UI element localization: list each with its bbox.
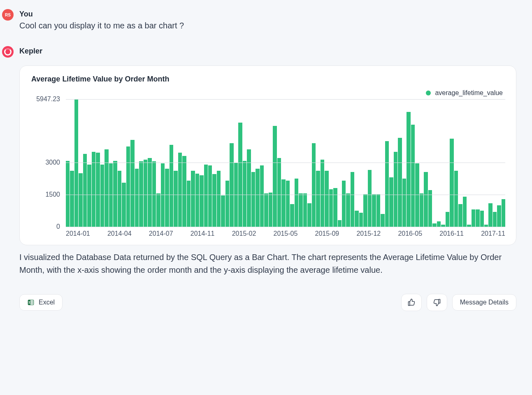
chart-bar[interactable] xyxy=(230,143,233,227)
chart-bar[interactable] xyxy=(325,171,328,227)
chart-bar[interactable] xyxy=(385,141,389,227)
chart-bar[interactable] xyxy=(191,171,195,227)
chart-bar[interactable] xyxy=(476,209,479,227)
chart-bar[interactable] xyxy=(217,171,221,227)
chart-bar[interactable] xyxy=(281,179,285,227)
chart-bar[interactable] xyxy=(446,212,449,227)
thumbs-up-button[interactable] xyxy=(401,294,422,311)
chart-bar[interactable] xyxy=(212,174,216,227)
chart-bar[interactable] xyxy=(502,199,505,227)
chart-bar[interactable] xyxy=(299,193,302,227)
thumbs-down-button[interactable] xyxy=(427,294,447,311)
chart-bar[interactable] xyxy=(411,125,415,227)
chart-bar[interactable] xyxy=(398,138,402,227)
chart-bar[interactable] xyxy=(178,153,182,227)
chart-plot[interactable]: 0150030005947.23 xyxy=(30,99,505,227)
chart-bar[interactable] xyxy=(74,99,78,227)
chart-bar[interactable] xyxy=(247,149,251,227)
chart-bar[interactable] xyxy=(152,161,156,227)
chart-bar[interactable] xyxy=(454,171,458,227)
excel-button[interactable]: Excel xyxy=(19,294,63,311)
chart-bar[interactable] xyxy=(295,179,298,227)
chart-bar[interactable] xyxy=(355,211,358,227)
chart-bar[interactable] xyxy=(126,146,130,227)
chart-bar[interactable] xyxy=(165,169,169,227)
chart-bar[interactable] xyxy=(243,161,246,227)
chart-bar[interactable] xyxy=(307,203,311,227)
chart-bar[interactable] xyxy=(303,193,307,227)
chart-bar[interactable] xyxy=(402,179,406,227)
chart-bar[interactable] xyxy=(312,143,316,227)
chart-bar[interactable] xyxy=(273,126,276,227)
chart-bar[interactable] xyxy=(200,175,203,227)
message-details-button[interactable]: Message Details xyxy=(452,294,516,311)
chart-bar[interactable] xyxy=(182,156,186,227)
chart-bar[interactable] xyxy=(156,193,160,227)
chart-bar[interactable] xyxy=(135,169,139,227)
chart-bar[interactable] xyxy=(204,165,208,227)
chart-bar[interactable] xyxy=(458,204,462,227)
chart-bar[interactable] xyxy=(170,145,173,227)
chart-bar[interactable] xyxy=(109,163,113,227)
chart-bar[interactable] xyxy=(118,171,121,227)
chart-bar[interactable] xyxy=(290,204,294,227)
chart-bar[interactable] xyxy=(363,194,367,227)
chart-bar[interactable] xyxy=(333,188,337,227)
chart-bar[interactable] xyxy=(488,203,492,227)
chart-bar[interactable] xyxy=(432,223,436,227)
chart-bar[interactable] xyxy=(238,123,242,227)
chart-bar[interactable] xyxy=(187,181,190,227)
chart-bar[interactable] xyxy=(342,181,346,227)
chart-bar[interactable] xyxy=(174,171,177,227)
chart-bar[interactable] xyxy=(420,193,423,227)
chart-bar[interactable] xyxy=(437,221,441,227)
chart-bar[interactable] xyxy=(122,183,125,227)
chart-bar[interactable] xyxy=(372,194,376,227)
chart-bar[interactable] xyxy=(424,172,427,227)
chart-bar[interactable] xyxy=(368,170,372,227)
chart-bar[interactable] xyxy=(92,152,95,227)
chart-bar[interactable] xyxy=(394,152,397,227)
chart-bar[interactable] xyxy=(415,163,419,227)
chart-bar[interactable] xyxy=(256,169,259,227)
chart-bar[interactable] xyxy=(269,193,272,227)
chart-bar[interactable] xyxy=(497,205,501,227)
chart-bar[interactable] xyxy=(225,181,229,227)
chart-bar[interactable] xyxy=(277,158,281,227)
chart-bar[interactable] xyxy=(221,195,225,227)
chart-bar[interactable] xyxy=(83,154,87,227)
chart-bar[interactable] xyxy=(130,140,134,227)
chart-bar[interactable] xyxy=(286,181,290,227)
chart-bar[interactable] xyxy=(105,149,108,227)
chart-bar[interactable] xyxy=(407,112,410,227)
chart-bar[interactable] xyxy=(87,165,91,227)
chart-bar[interactable] xyxy=(338,220,342,227)
chart-bar[interactable] xyxy=(376,194,380,227)
chart-bar[interactable] xyxy=(480,211,484,227)
chart-bar[interactable] xyxy=(208,165,212,227)
chart-bar[interactable] xyxy=(195,174,199,227)
chart-bar[interactable] xyxy=(463,197,467,227)
chart-bar[interactable] xyxy=(351,172,354,227)
chart-bar[interactable] xyxy=(148,158,151,227)
chart-bar[interactable] xyxy=(321,160,324,227)
chart-bar[interactable] xyxy=(100,165,104,227)
chart-bar[interactable] xyxy=(346,193,350,227)
chart-bar[interactable] xyxy=(450,139,453,227)
chart-bar[interactable] xyxy=(139,161,143,227)
chart-bar[interactable] xyxy=(70,171,74,227)
chart-bar[interactable] xyxy=(113,161,117,227)
chart-bar[interactable] xyxy=(316,171,320,227)
chart-bar[interactable] xyxy=(493,212,497,227)
chart-bar[interactable] xyxy=(389,177,393,227)
chart-bar[interactable] xyxy=(96,153,100,227)
chart-bar[interactable] xyxy=(161,163,165,227)
chart-bar[interactable] xyxy=(66,161,70,227)
chart-bar[interactable] xyxy=(264,193,268,227)
chart-bar[interactable] xyxy=(428,190,432,227)
chart-bar[interactable] xyxy=(260,165,264,227)
chart-bar[interactable] xyxy=(251,172,255,227)
chart-bar[interactable] xyxy=(381,214,384,227)
chart-bar[interactable] xyxy=(472,209,475,227)
chart-bar[interactable] xyxy=(79,173,82,227)
